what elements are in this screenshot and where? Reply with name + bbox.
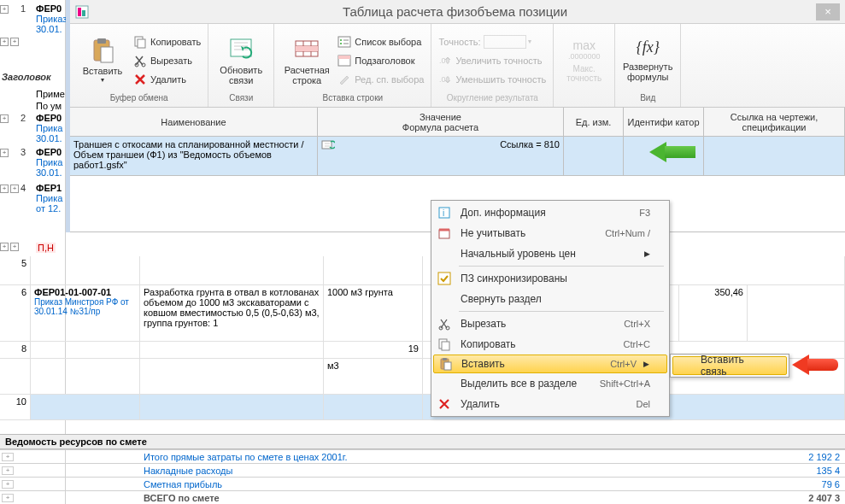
svg-rect-31: [444, 362, 451, 370]
menu-item[interactable]: Свернуть раздел: [433, 289, 667, 309]
calcrow-button[interactable]: Расчетная строка: [281, 36, 332, 85]
col-name: Наименование: [70, 108, 318, 136]
cell-name: Траншея с откосами на спланированной мес…: [70, 137, 318, 175]
group-label: Вид: [622, 93, 673, 105]
error-badge: П,Н: [36, 243, 56, 253]
footer-label: Сметная прибыль: [15, 479, 785, 489]
shortcut: F3: [639, 208, 650, 218]
inc-precision-button: .00 Увеличить точность: [438, 52, 546, 69]
paste-button[interactable]: Вставить ▾: [77, 37, 128, 84]
listselect-button[interactable]: Список выбора: [337, 33, 424, 50]
label: Список выбора: [355, 37, 421, 47]
code-sub: Прика: [36, 193, 62, 203]
expand-icon[interactable]: +: [2, 453, 14, 461]
row-number: 1: [2, 3, 26, 14]
label: Вырезать: [461, 318, 607, 330]
context-submenu[interactable]: Вставить связь: [670, 354, 789, 378]
section-header: Заголовок: [2, 72, 51, 82]
label: Выделить все в разделе: [461, 378, 583, 390]
dec-precision-button: .00 Уменьшить точность: [438, 71, 546, 88]
col-formula: Формула расчета: [402, 122, 478, 132]
label: Свернуть раздел: [461, 293, 650, 305]
close-button[interactable]: ×: [816, 3, 840, 21]
footer-label: Итого прямые затраты по смете в ценах 20…: [15, 452, 785, 462]
label: Вставить: [461, 358, 593, 370]
svg-point-15: [340, 43, 342, 44]
refresh-icon: [227, 36, 255, 63]
menu-item[interactable]: УдалитьDel: [433, 394, 667, 414]
menu-item[interactable]: Не учитыватьCtrl+Num /: [433, 223, 667, 243]
copy-button[interactable]: Копировать: [133, 33, 201, 50]
expand-icon[interactable]: +: [2, 480, 14, 489]
svg-rect-4: [97, 38, 106, 44]
expand-icon[interactable]: +: [2, 466, 14, 475]
menu-item[interactable]: Выделить все в разделеShift+Ctrl+A: [433, 373, 667, 394]
item-unit: 1000 м3 грунта: [324, 285, 423, 341]
svg-rect-30: [443, 358, 447, 360]
check-icon: [437, 271, 452, 286]
menu-item[interactable]: Начальный уровень цен▶: [433, 243, 667, 264]
label: Вставить связь: [701, 354, 769, 378]
label: Удалить: [461, 398, 619, 410]
submenu-arrow-icon: ▶: [644, 249, 650, 258]
list-icon: [337, 35, 351, 49]
subheader-button[interactable]: Подзаголовок: [337, 52, 424, 69]
expand-icon[interactable]: +: [10, 38, 19, 46]
code: ФЕР0: [36, 147, 62, 157]
titlebar: Таблица расчета физобъема позиции ×: [70, 0, 845, 24]
expand-icon[interactable]: +: [0, 38, 9, 46]
menu-item[interactable]: ПЗ синхронизированы: [433, 268, 667, 289]
menu-item[interactable]: КопироватьCtrl+C: [433, 334, 667, 355]
blank-icon: [437, 376, 452, 391]
footer-value: 2 192 2: [785, 452, 845, 462]
label: ПЗ синхронизированы: [461, 273, 650, 284]
footer-header: Ведомость ресурсов по смете: [0, 434, 845, 449]
ribbon-group-max: max .0000000 Макс. точность: [554, 24, 615, 107]
footer-row: +Накладные расходы135 4: [0, 463, 845, 477]
label: Обновить связи: [215, 65, 267, 85]
svg-rect-5: [101, 47, 113, 62]
context-menu[interactable]: iДоп. информацияF3Не учитыватьCtrl+Num /…: [431, 200, 670, 417]
delete-button[interactable]: Удалить: [133, 71, 201, 88]
col-id: Идентифи катор: [624, 108, 704, 136]
code-date: 30.01.: [36, 24, 62, 34]
group-label: Связи: [215, 93, 267, 105]
group-label: Округление результата: [438, 93, 546, 105]
zeros-text: .0000000: [568, 52, 601, 61]
cut-icon: [133, 54, 147, 67]
code-sub: Прика: [36, 157, 62, 167]
inner-grid-row[interactable]: Траншея с откосами на спланированной мес…: [70, 137, 845, 176]
footer-label: ВСЕГО по смете: [15, 493, 785, 503]
row-number: 3: [2, 147, 26, 157]
expand-icon[interactable]: +: [2, 494, 14, 502]
cell-value: Ссылка = 810: [321, 139, 560, 149]
shortcut: Ctrl+C: [624, 339, 650, 349]
menu-item[interactable]: ВставитьCtrl+V▶: [433, 355, 667, 373]
shortcut: Ctrl+V: [610, 359, 637, 369]
label: Увеличить точность: [455, 56, 542, 66]
ribbon-group-links: Обновить связи Связи: [208, 24, 274, 107]
main-grid: 5 6 ФЕР01-01-007-01 Приказ Минстроя РФ о…: [0, 256, 845, 420]
refresh-links-button[interactable]: Обновить связи: [215, 36, 267, 85]
shortcut: Del: [636, 399, 650, 409]
menu-item-paste-link[interactable]: Вставить связь: [672, 356, 787, 375]
inner-grid-header: Наименование Значение Формула расчета Ед…: [70, 108, 845, 137]
expand-icon[interactable]: +: [0, 243, 9, 251]
copy-icon: [437, 337, 452, 352]
group-label: Вставка строки: [281, 93, 424, 105]
menu-item[interactable]: ВырезатьCtrl+X: [433, 314, 667, 334]
row-number: 6: [0, 285, 31, 341]
data-row[interactable]: 6 ФЕР01-01-007-01 Приказ Минстроя РФ от …: [0, 285, 845, 342]
fx-icon: {fx}: [637, 38, 660, 56]
menu-item[interactable]: iДоп. информацияF3: [433, 202, 667, 223]
cut-button[interactable]: Вырезать: [133, 52, 201, 69]
col-unit: Ед. изм.: [564, 108, 624, 136]
paste-icon: [89, 37, 116, 64]
expand-icon[interactable]: +: [10, 243, 19, 251]
footer-value: 79 6: [785, 479, 845, 489]
item-price: 350,46: [679, 285, 748, 341]
code-date: 30.01.: [36, 133, 62, 144]
svg-rect-24: [438, 273, 450, 284]
item-description: Разработка грунта в отвал в котлованах о…: [140, 285, 324, 341]
expand-formulas-button[interactable]: {fx} Развернуть формулы: [622, 38, 673, 82]
